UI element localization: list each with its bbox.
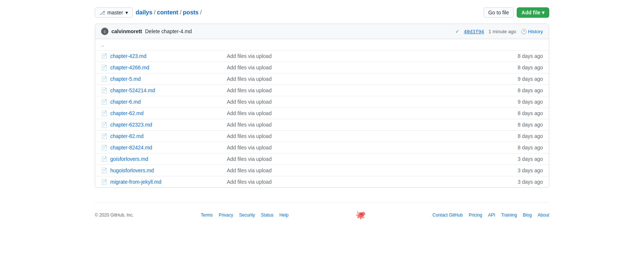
file-icon: 📄	[101, 145, 107, 151]
footer-right-link[interactable]: Pricing	[469, 212, 482, 218]
commit-time: 1 minute ago	[488, 29, 516, 34]
file-commit-message: Add files via upload	[221, 133, 518, 139]
footer-left: © 2020 GitHub, Inc.	[95, 212, 134, 218]
toolbar-right: Go to file Add file ▾	[484, 7, 549, 18]
table-row: 📄 migrate-from-jekyll.md Add files via u…	[95, 176, 549, 187]
file-icon: 📄	[101, 133, 107, 139]
breadcrumb-dailys[interactable]: dailys	[136, 9, 152, 16]
file-icon: 📄	[101, 99, 107, 105]
file-time: 8 days ago	[518, 87, 543, 93]
commit-header: c calvinmorett Delete chapter-4.md ✓ 40d…	[95, 24, 549, 39]
commit-info-right: ✓ 40d3f94 1 minute ago 🕐 History	[455, 28, 543, 34]
file-name[interactable]: goisforlovers.md	[110, 156, 221, 162]
branch-icon: ⎇	[100, 10, 105, 15]
table-row: 📄 chapter-524214.md Add files via upload…	[95, 85, 549, 96]
table-row: 📄 chapter-82.md Add files via upload 8 d…	[95, 131, 549, 142]
file-icon: 📄	[101, 53, 107, 59]
file-icon: 📄	[101, 156, 107, 162]
table-row: 📄 chapter-62323.md Add files via upload …	[95, 119, 549, 131]
file-commit-message: Add files via upload	[221, 145, 518, 151]
file-name[interactable]: chapter-423.md	[110, 53, 221, 59]
file-icon: 📄	[101, 87, 107, 93]
breadcrumb-content[interactable]: content	[157, 9, 179, 16]
file-name[interactable]: chapter-5.md	[110, 76, 221, 82]
file-rows-container: 📄 chapter-423.md Add files via upload 8 …	[95, 51, 549, 187]
commit-hash[interactable]: 40d3f94	[464, 29, 484, 34]
footer-right-link[interactable]: About	[538, 212, 549, 218]
table-row: 📄 chapter-82424.md Add files via upload …	[95, 142, 549, 153]
breadcrumb-sep-2: /	[180, 9, 181, 16]
file-icon: 📄	[101, 76, 107, 82]
footer-link[interactable]: Help	[280, 212, 289, 218]
file-name[interactable]: chapter-6.md	[110, 99, 221, 105]
file-time: 3 days ago	[518, 179, 543, 185]
footer-right-link[interactable]: Blog	[523, 212, 532, 218]
file-time: 8 days ago	[518, 133, 543, 139]
file-commit-message: Add files via upload	[221, 99, 518, 105]
file-name[interactable]: hugoisforlovers.md	[110, 167, 221, 173]
table-row: 📄 chapter-423.md Add files via upload 8 …	[95, 51, 549, 62]
breadcrumb-posts[interactable]: posts	[183, 9, 199, 16]
table-row: 📄 chapter-6.md Add files via upload 9 da…	[95, 96, 549, 108]
file-time: 3 days ago	[518, 167, 543, 173]
file-commit-message: Add files via upload	[221, 53, 518, 59]
table-row: 📄 hugoisforlovers.md Add files via uploa…	[95, 165, 549, 176]
file-name[interactable]: migrate-from-jekyll.md	[110, 179, 221, 185]
file-name[interactable]: chapter-62.md	[110, 110, 221, 116]
file-name[interactable]: chapter-4266.md	[110, 65, 221, 70]
file-time: 8 days ago	[518, 53, 543, 59]
footer-right-links: Contact GitHubPricingAPITrainingBlogAbou…	[433, 212, 549, 218]
file-commit-message: Add files via upload	[221, 122, 518, 128]
branch-label: master	[107, 10, 123, 15]
footer-link[interactable]: Status	[261, 212, 274, 218]
file-commit-message: Add files via upload	[221, 65, 518, 70]
footer-right-link[interactable]: API	[488, 212, 495, 218]
file-time: 9 days ago	[518, 76, 543, 82]
add-file-button[interactable]: Add file ▾	[517, 7, 549, 18]
footer-links: TermsPrivacySecurityStatusHelp	[201, 212, 288, 218]
table-row: 📄 goisforlovers.md Add files via upload …	[95, 153, 549, 165]
file-commit-message: Add files via upload	[221, 110, 518, 116]
commit-author[interactable]: calvinmorett	[111, 28, 142, 34]
go-to-file-button[interactable]: Go to file	[484, 7, 514, 18]
parent-dir-label: ..	[101, 42, 104, 48]
breadcrumb-sep-3: /	[200, 9, 202, 16]
file-icon: 📄	[101, 179, 107, 185]
parent-dir-row: ..	[95, 39, 549, 51]
file-name[interactable]: chapter-82.md	[110, 133, 221, 139]
file-commit-message: Add files via upload	[221, 87, 518, 93]
file-commit-message: Add files via upload	[221, 156, 518, 162]
footer-right-link[interactable]: Contact GitHub	[433, 212, 463, 218]
commit-info-left: c calvinmorett Delete chapter-4.md	[101, 28, 192, 35]
footer-right-link[interactable]: Training	[501, 212, 517, 218]
copyright: © 2020 GitHub, Inc.	[95, 212, 134, 218]
file-commit-message: Add files via upload	[221, 179, 518, 185]
file-time: 9 days ago	[518, 99, 543, 105]
file-name[interactable]: chapter-524214.md	[110, 87, 221, 93]
branch-selector[interactable]: ⎇ master ▾	[95, 7, 133, 18]
footer-link[interactable]: Terms	[201, 212, 213, 218]
footer-link[interactable]: Security	[239, 212, 255, 218]
breadcrumb: dailys / content / posts /	[136, 9, 202, 16]
breadcrumb-sep-1: /	[154, 9, 155, 16]
file-time: 3 days ago	[518, 156, 543, 162]
clock-icon: 🕐	[521, 29, 527, 34]
history-button[interactable]: 🕐 History	[521, 29, 543, 34]
file-time: 8 days ago	[518, 122, 543, 128]
avatar: c	[101, 28, 108, 35]
file-time: 8 days ago	[518, 145, 543, 151]
toolbar: ⎇ master ▾ dailys / content / posts / Go…	[95, 7, 549, 18]
file-commit-message: Add files via upload	[221, 76, 518, 82]
github-logo: 🐙	[356, 210, 366, 220]
file-time: 8 days ago	[518, 110, 543, 116]
file-icon: 📄	[101, 167, 107, 173]
commit-message: Delete chapter-4.md	[145, 28, 192, 34]
file-name[interactable]: chapter-62323.md	[110, 122, 221, 128]
check-icon: ✓	[455, 28, 460, 34]
table-row: 📄 chapter-62.md Add files via upload 8 d…	[95, 108, 549, 119]
file-commit-message: Add files via upload	[221, 167, 518, 173]
file-name[interactable]: chapter-82424.md	[110, 145, 221, 151]
file-table: c calvinmorett Delete chapter-4.md ✓ 40d…	[95, 24, 549, 188]
toolbar-left: ⎇ master ▾ dailys / content / posts /	[95, 7, 202, 18]
footer-link[interactable]: Privacy	[219, 212, 233, 218]
